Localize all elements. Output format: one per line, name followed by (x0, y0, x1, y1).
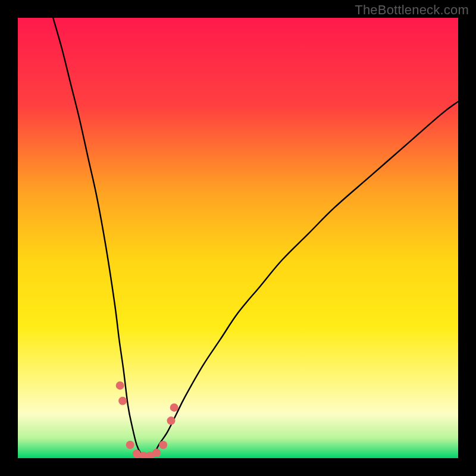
chart-svg (18, 18, 458, 458)
marker-point (126, 441, 134, 449)
gradient-background (18, 18, 458, 458)
marker-point (159, 441, 167, 449)
marker-point (116, 381, 124, 390)
marker-point (152, 449, 161, 457)
plot-area (18, 18, 458, 458)
marker-point (167, 416, 176, 425)
marker-point (170, 403, 178, 412)
watermark-text: TheBottleneck.com (355, 2, 469, 18)
chart-frame: TheBottleneck.com (0, 0, 476, 476)
marker-point (118, 397, 127, 405)
